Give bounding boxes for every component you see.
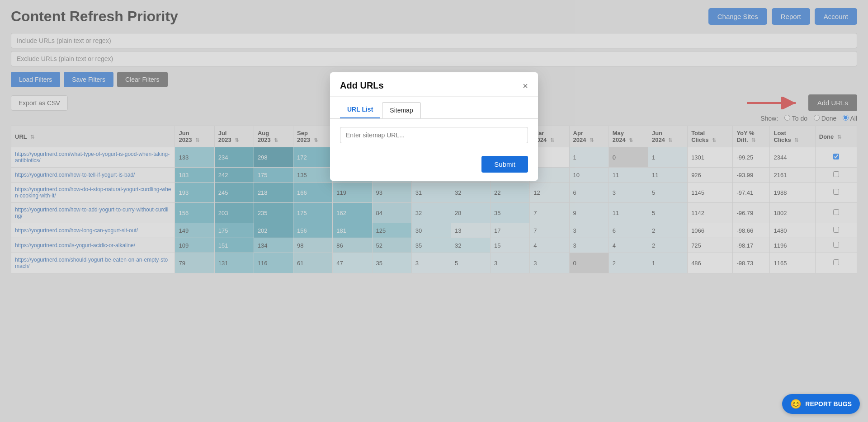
smiley-icon: 😊 [790, 399, 802, 409]
modal-overlay[interactable]: Add URLs × URL List Sitemap Submit [0, 0, 868, 422]
tab-sitemap[interactable]: Sitemap [382, 102, 420, 118]
sitemap-url-input[interactable] [340, 127, 528, 143]
report-bugs-button[interactable]: 😊 REPORT BUGS [782, 394, 860, 414]
modal-close-button[interactable]: × [523, 81, 528, 90]
modal-tabs: URL List Sitemap [330, 97, 538, 119]
modal-body [330, 119, 538, 150]
modal-footer: Submit [330, 150, 538, 181]
modal-header: Add URLs × [330, 72, 538, 97]
modal-title: Add URLs [340, 80, 384, 91]
report-bugs-label: REPORT BUGS [805, 400, 852, 408]
add-urls-modal: Add URLs × URL List Sitemap Submit [330, 72, 538, 181]
submit-button[interactable]: Submit [481, 156, 528, 173]
tab-url-list[interactable]: URL List [340, 102, 380, 118]
